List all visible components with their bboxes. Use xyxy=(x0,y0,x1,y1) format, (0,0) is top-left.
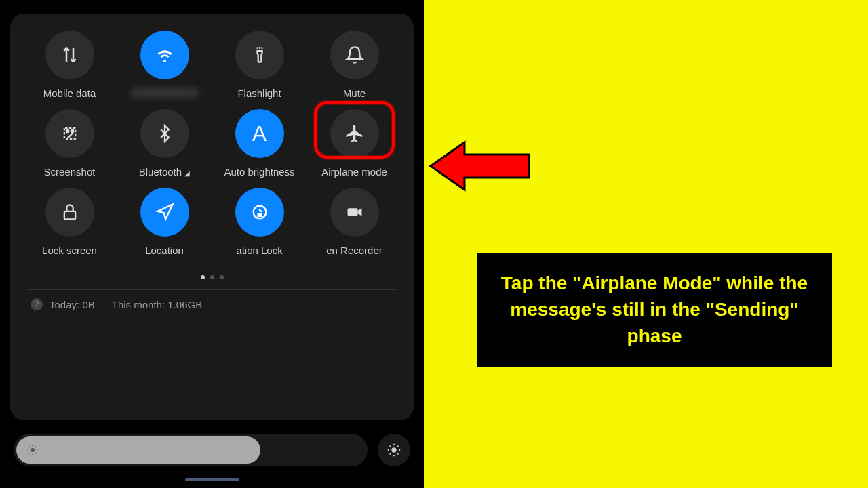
tile-label: Mute xyxy=(343,87,366,99)
page-dot xyxy=(210,275,214,279)
quick-settings-container: Mobile data Flashlight Mute xyxy=(10,14,414,420)
usage-month: This month: 1.06GB xyxy=(112,299,202,310)
bluetooth-icon xyxy=(140,109,189,158)
tile-label: Location xyxy=(145,245,184,256)
tiles-grid: Mobile data Flashlight Mute xyxy=(17,30,407,256)
tile-label: Screenshot xyxy=(44,166,96,178)
slider-fill xyxy=(16,436,260,464)
svg-rect-5 xyxy=(347,208,357,216)
tile-label: Mobile data xyxy=(43,87,96,99)
annotation-arrow xyxy=(424,136,532,197)
data-usage-row[interactable]: ? Today: 0B This month: 1.06GB xyxy=(17,298,407,310)
brightness-max-button[interactable] xyxy=(378,434,410,466)
tile-label: en Recorder xyxy=(326,245,382,256)
tile-wifi[interactable] xyxy=(119,30,210,99)
navigation-handle[interactable] xyxy=(185,478,239,481)
question-icon: ? xyxy=(31,298,43,310)
brightness-slider[interactable] xyxy=(14,434,368,466)
tile-lock-screen[interactable]: Lock screen xyxy=(24,188,115,256)
screenshot-icon xyxy=(45,109,94,158)
svg-rect-3 xyxy=(64,211,75,220)
lock-icon xyxy=(45,188,94,237)
navigation-icon xyxy=(140,188,189,237)
divider xyxy=(27,289,397,290)
svg-rect-0 xyxy=(64,128,75,139)
airplane-icon xyxy=(330,109,379,158)
bell-icon xyxy=(330,30,379,79)
svg-point-6 xyxy=(31,448,35,452)
camera-icon xyxy=(330,188,379,237)
rotation-lock-icon xyxy=(235,188,284,237)
mobile-data-icon xyxy=(45,30,94,79)
tile-label: Auto brightness xyxy=(224,166,294,178)
tile-label: Bluetooth ◢ xyxy=(139,166,191,178)
tile-label: Flashlight xyxy=(237,87,281,99)
tile-airplane-mode[interactable]: Airplane mode xyxy=(309,109,400,178)
tile-mute[interactable]: Mute xyxy=(309,30,400,99)
tile-rotation-lock[interactable]: ation Lock xyxy=(214,188,305,256)
svg-point-1 xyxy=(66,130,68,133)
page-indicator xyxy=(17,275,407,279)
letter-a-icon: A xyxy=(235,109,284,158)
page-dot xyxy=(201,275,205,279)
tile-location[interactable]: Location xyxy=(119,188,210,256)
tile-screen-recorder[interactable]: en Recorder xyxy=(309,188,400,256)
tile-label: ation Lock xyxy=(236,245,282,256)
flashlight-icon xyxy=(235,30,284,79)
tile-auto-brightness[interactable]: A Auto brightness xyxy=(214,109,305,178)
phone-quick-settings-panel: Mobile data Flashlight Mute xyxy=(0,0,424,488)
page-dot xyxy=(220,275,224,279)
brightness-row xyxy=(10,434,414,466)
svg-point-2 xyxy=(71,130,73,133)
wifi-icon xyxy=(140,30,189,79)
svg-point-7 xyxy=(391,447,396,452)
tile-label: Airplane mode xyxy=(321,166,387,178)
tile-screenshot[interactable]: Screenshot xyxy=(24,109,115,178)
instruction-callout: Tap the "Airplane Mode" while the messag… xyxy=(475,251,834,369)
tile-bluetooth[interactable]: Bluetooth ◢ xyxy=(119,109,210,178)
tile-flashlight[interactable]: Flashlight xyxy=(214,30,305,99)
instruction-text: Tap the "Airplane Mode" while the messag… xyxy=(490,270,818,350)
tile-label: Lock screen xyxy=(42,245,97,256)
tile-label-blurred xyxy=(131,87,199,98)
usage-today: Today: 0B xyxy=(50,299,95,310)
tile-mobile-data[interactable]: Mobile data xyxy=(24,30,115,99)
